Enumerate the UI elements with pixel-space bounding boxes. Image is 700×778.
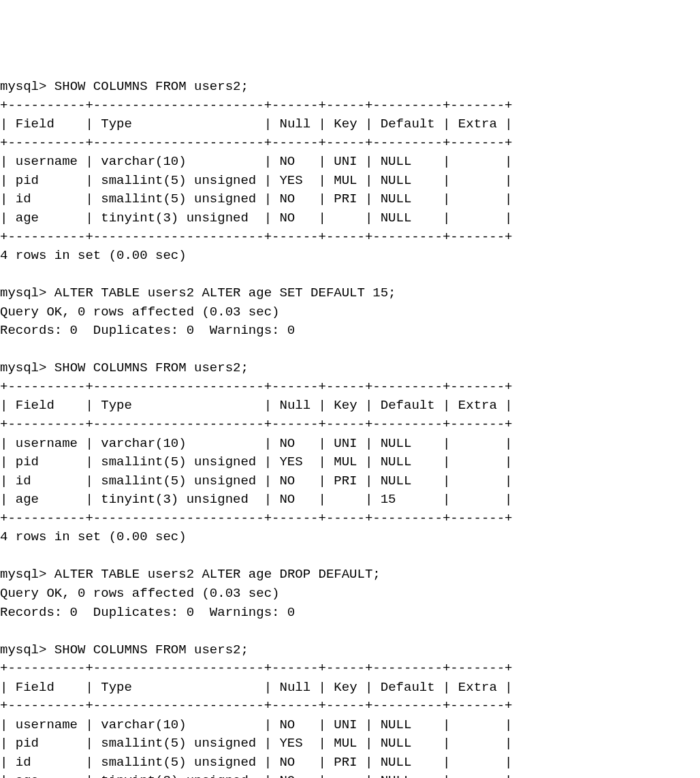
header-null: Null [280, 398, 311, 413]
header-key: Key [334, 680, 357, 695]
prompt: mysql> [0, 285, 46, 300]
header-default: Default [381, 680, 435, 695]
terminal-output: mysql> SHOW COLUMNS FROM users2; +------… [0, 75, 700, 778]
table1-rows: | username | varchar(10) | NO | UNI | NU… [0, 154, 513, 225]
prompt: mysql> [0, 360, 46, 375]
table-border: +----------+----------------------+-----… [0, 230, 513, 245]
command-alter-drop-default: ALTER TABLE users2 ALTER age DROP DEFAUL… [54, 567, 381, 582]
table2-rows: | username | varchar(10) | NO | UNI | NU… [0, 436, 513, 508]
command-show-columns-1: SHOW COLUMNS FROM users2; [54, 79, 249, 94]
header-key: Key [334, 398, 357, 413]
header-extra: Extra [458, 680, 497, 695]
command-alter-set-default: ALTER TABLE users2 ALTER age SET DEFAULT… [54, 285, 396, 300]
prompt: mysql> [0, 642, 46, 657]
header-key: Key [334, 116, 357, 131]
records-line: Records: 0 Duplicates: 0 Warnings: 0 [0, 323, 295, 338]
header-type: Type [101, 680, 256, 695]
header-default: Default [381, 116, 435, 131]
header-extra: Extra [458, 398, 497, 413]
prompt: mysql> [0, 79, 46, 94]
table-border: +----------+----------------------+-----… [0, 511, 513, 526]
command-show-columns-2: SHOW COLUMNS FROM users2; [54, 360, 249, 375]
table-border: +----------+----------------------+-----… [0, 379, 513, 394]
table-border: +----------+----------------------+-----… [0, 698, 513, 713]
query-ok: Query OK, 0 rows affected (0.03 sec) [0, 305, 279, 320]
table3-rows: | username | varchar(10) | NO | UNI | NU… [0, 717, 513, 778]
header-field: Field [16, 398, 78, 413]
rows-in-set: 4 rows in set (0.00 sec) [0, 529, 187, 544]
table-border: +----------+----------------------+-----… [0, 136, 513, 151]
header-type: Type [101, 116, 256, 131]
query-ok: Query OK, 0 rows affected (0.03 sec) [0, 586, 279, 601]
rows-in-set: 4 rows in set (0.00 sec) [0, 248, 187, 263]
header-default: Default [381, 398, 435, 413]
header-extra: Extra [458, 116, 497, 131]
header-type: Type [101, 398, 256, 413]
records-line: Records: 0 Duplicates: 0 Warnings: 0 [0, 605, 295, 620]
header-null: Null [280, 116, 311, 131]
header-null: Null [280, 680, 311, 695]
prompt: mysql> [0, 567, 46, 582]
command-show-columns-3: SHOW COLUMNS FROM users2; [54, 642, 249, 657]
table-border: +----------+----------------------+-----… [0, 417, 513, 432]
header-field: Field [16, 680, 78, 695]
table-border: +----------+----------------------+-----… [0, 661, 513, 676]
header-field: Field [16, 116, 78, 131]
table-border: +----------+----------------------+-----… [0, 98, 513, 113]
